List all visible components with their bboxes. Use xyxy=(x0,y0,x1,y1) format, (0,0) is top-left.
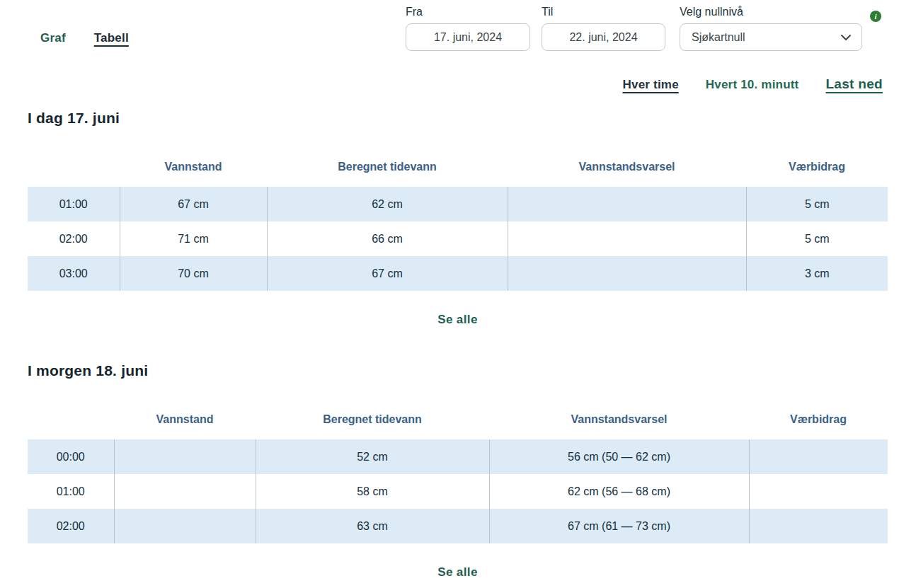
cell-time: 03:00 xyxy=(28,256,120,291)
cell-vannstand: 70 cm xyxy=(120,256,267,291)
chevron-down-icon xyxy=(840,34,852,41)
col-header-vaerbidrag: Værbidrag xyxy=(749,403,888,439)
table-row: 01:00 67 cm 62 cm 5 cm xyxy=(28,187,888,221)
col-header-beregnet-tidevann: Beregnet tidevann xyxy=(256,403,489,439)
to-date-field-group: Til xyxy=(542,6,665,51)
interval-hourly-link[interactable]: Hver time xyxy=(623,78,679,92)
cell-beregnet-tidevann: 67 cm xyxy=(267,256,508,291)
zero-level-selected-value: Sjøkartnull xyxy=(692,31,745,44)
cell-vaerbidrag: 5 cm xyxy=(746,187,888,221)
cell-vannstand xyxy=(114,439,256,474)
cell-vannstand xyxy=(114,474,256,509)
cell-time: 00:00 xyxy=(28,439,114,474)
cell-beregnet-tidevann: 58 cm xyxy=(256,474,489,509)
col-header-vannstand: Vannstand xyxy=(120,150,267,187)
download-link[interactable]: Last ned xyxy=(825,76,883,92)
section-tomorrow-heading: I morgen 18. juni xyxy=(28,362,888,380)
section-today-heading: I dag 17. juni xyxy=(28,109,888,127)
see-all-wrap: Se alle xyxy=(28,565,888,580)
cell-vaerbidrag xyxy=(749,439,888,474)
col-header-time xyxy=(28,403,114,439)
section-today: I dag 17. juni Vannstand Beregnet tideva… xyxy=(28,109,888,328)
cell-vannstand xyxy=(114,509,256,543)
cell-beregnet-tidevann: 62 cm xyxy=(267,187,508,221)
zero-level-label: Velg nullnivå xyxy=(680,6,862,18)
cell-vannstandsvarsel xyxy=(508,221,746,256)
tide-table-tomorrow: Vannstand Beregnet tidevann Vannstandsva… xyxy=(28,403,888,543)
tab-graf[interactable]: Graf xyxy=(40,31,66,45)
cell-vannstandsvarsel: 56 cm (50 — 62 cm) xyxy=(489,439,749,474)
cell-vannstandsvarsel: 67 cm (61 — 73 cm) xyxy=(489,509,749,543)
cell-time: 01:00 xyxy=(28,187,120,221)
tab-tabell[interactable]: Tabell xyxy=(94,31,129,45)
table-row: 03:00 70 cm 67 cm 3 cm xyxy=(28,256,888,291)
see-all-wrap: Se alle xyxy=(28,312,888,328)
cell-time: 02:00 xyxy=(28,509,114,543)
table-row: 01:00 58 cm 62 cm (56 — 68 cm) xyxy=(28,474,888,509)
cell-vannstandsvarsel: 62 cm (56 — 68 cm) xyxy=(489,474,749,509)
zero-level-select[interactable]: Sjøkartnull xyxy=(680,23,862,51)
cell-beregnet-tidevann: 66 cm xyxy=(267,221,508,256)
cell-vannstand: 67 cm xyxy=(120,187,267,221)
topbar: Graf Tabell Fra Til Velg nullnivå Sjøkar… xyxy=(28,0,888,65)
cell-beregnet-tidevann: 63 cm xyxy=(256,509,489,543)
interval-10min-link[interactable]: Hvert 10. minutt xyxy=(706,78,799,92)
cell-vannstandsvarsel xyxy=(508,256,746,291)
see-all-today-link[interactable]: Se alle xyxy=(437,313,478,326)
cell-time: 02:00 xyxy=(28,221,120,256)
see-all-tomorrow-link[interactable]: Se alle xyxy=(437,565,478,579)
cell-beregnet-tidevann: 52 cm xyxy=(256,439,489,474)
table-header-row: Vannstand Beregnet tidevann Vannstandsva… xyxy=(28,150,888,187)
view-tabs: Graf Tabell xyxy=(40,31,129,45)
tide-table-today: Vannstand Beregnet tidevann Vannstandsva… xyxy=(28,150,888,291)
tide-table-page: Graf Tabell Fra Til Velg nullnivå Sjøkar… xyxy=(28,0,888,588)
col-header-vannstand: Vannstand xyxy=(114,403,256,439)
table-row: 02:00 71 cm 66 cm 5 cm xyxy=(28,221,888,256)
info-icon[interactable]: i xyxy=(870,11,881,22)
table-row: 02:00 63 cm 67 cm (61 — 73 cm) xyxy=(28,509,888,543)
col-header-vaerbidrag: Værbidrag xyxy=(746,150,888,187)
table-header-row: Vannstand Beregnet tidevann Vannstandsva… xyxy=(28,403,888,439)
interval-toolbar: Hver time Hvert 10. minutt Last ned xyxy=(28,76,888,99)
filter-bar: Fra Til Velg nullnivå Sjøkartnull i xyxy=(406,6,881,51)
to-date-input[interactable] xyxy=(542,23,665,51)
cell-time: 01:00 xyxy=(28,474,114,509)
from-date-input[interactable] xyxy=(406,23,530,51)
from-date-field-group: Fra xyxy=(406,6,530,51)
cell-vaerbidrag xyxy=(749,474,888,509)
col-header-vannstandsvarsel: Vannstandsvarsel xyxy=(489,403,749,439)
section-tomorrow: I morgen 18. juni Vannstand Beregnet tid… xyxy=(28,362,888,580)
table-row: 00:00 52 cm 56 cm (50 — 62 cm) xyxy=(28,439,888,474)
to-date-label: Til xyxy=(542,6,665,18)
cell-vannstand: 71 cm xyxy=(120,221,267,256)
cell-vaerbidrag: 3 cm xyxy=(746,256,888,291)
cell-vannstandsvarsel xyxy=(508,187,746,221)
zero-level-field-group: Velg nullnivå Sjøkartnull xyxy=(680,6,862,51)
cell-vaerbidrag: 5 cm xyxy=(746,221,888,256)
col-header-beregnet-tidevann: Beregnet tidevann xyxy=(267,150,508,187)
from-date-label: Fra xyxy=(406,6,530,18)
cell-vaerbidrag xyxy=(749,509,888,543)
col-header-vannstandsvarsel: Vannstandsvarsel xyxy=(508,150,746,187)
col-header-time xyxy=(28,150,120,187)
